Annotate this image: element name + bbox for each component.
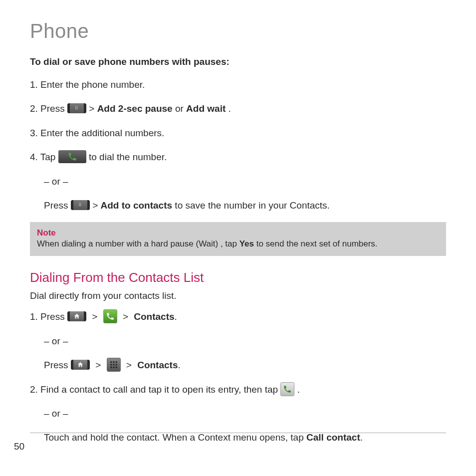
home-icon (67, 311, 86, 321)
page-number: 50 (14, 441, 24, 452)
menu-icon: ⠿ (67, 103, 86, 113)
svg-rect-4 (113, 364, 114, 366)
step-3: 3. Enter the additional numbers. (30, 126, 446, 141)
s2-step1-alt: Press > > Contacts. (30, 358, 446, 373)
period-1: . (175, 311, 177, 322)
press-bold: Add to contacts (101, 200, 173, 211)
s2-step1-prefix: 1. Press (30, 311, 67, 322)
step-4-prefix: 4. Tap (30, 152, 58, 162)
phone-call-icon (280, 382, 294, 396)
svg-rect-8 (115, 367, 117, 368)
section-heading: Dialing From the Contacts List (30, 270, 446, 285)
svg-rect-0 (110, 361, 112, 363)
period-3: . (360, 432, 363, 443)
phone-app-icon (103, 309, 117, 323)
footer-divider (30, 433, 446, 433)
svg-rect-5 (115, 364, 117, 366)
call-contact: Call contact (306, 432, 360, 443)
step-1: 1. Enter the phone number. (30, 77, 446, 92)
gt-3: > (92, 360, 106, 370)
s2-step2-suffix: . (297, 384, 300, 395)
home-icon (71, 360, 90, 370)
note-text-prefix: When dialing a number with a hard pause … (37, 239, 239, 248)
note-label: Note (37, 228, 439, 238)
s2-step-2: 2. Find a contact to call and tap it to … (30, 382, 446, 397)
svg-rect-6 (110, 367, 112, 368)
step-4-suffix: to dial the number. (89, 152, 167, 162)
call-button-icon (58, 150, 86, 163)
step-2-mid: or (175, 103, 186, 114)
step-2-bold1: Add 2-sec pause (97, 103, 173, 114)
svg-rect-1 (113, 361, 114, 363)
s2-step2-or: – or – (30, 406, 446, 421)
apps-grid-icon (107, 358, 121, 372)
press-gt: > (92, 200, 100, 211)
contacts-1: Contacts (134, 311, 174, 322)
svg-rect-7 (113, 367, 114, 368)
step-4-alt: Press ⠿ > Add to contacts to save the nu… (30, 198, 446, 213)
contacts-2: Contacts (137, 360, 178, 370)
svg-rect-3 (110, 364, 112, 366)
press-suffix: to save the number in your Contacts. (175, 200, 330, 211)
press-prefix: Press (44, 200, 71, 211)
note-text-suffix: to send the next set of numbers. (254, 239, 378, 248)
note-box: Note When dialing a number with a hard p… (30, 222, 446, 256)
step-2: 2. Press ⠿ > Add 2-sec pause or Add wait… (30, 101, 446, 116)
note-text: When dialing a number with a hard pause … (37, 239, 378, 248)
step-2-gt: > (89, 103, 97, 114)
section-subtitle: To dial or save phone numbers with pause… (30, 56, 446, 67)
section-intro: Dial directly from your contacts list. (30, 290, 446, 301)
s2-press-prefix: Press (44, 360, 71, 370)
step-4: 4. Tap to dial the number. (30, 150, 446, 165)
gt-4: > (123, 360, 137, 370)
touch-hold-prefix: Touch and hold the contact. When a Conte… (44, 432, 306, 443)
period-2: . (178, 360, 180, 370)
page-title: Phone (30, 20, 446, 42)
menu-icon: ⠿ (71, 200, 90, 210)
step-2-suffix: . (229, 103, 231, 114)
s2-step-1: 1. Press > > Contacts. (30, 309, 446, 324)
svg-rect-2 (115, 361, 117, 363)
step-2-prefix: 2. Press (30, 103, 67, 114)
s2-step1-or: – or – (30, 334, 446, 349)
note-text-bold: Yes (239, 239, 254, 248)
step-2-bold2: Add wait (186, 103, 226, 114)
gt-1: > (89, 311, 103, 322)
step-4-or: – or – (30, 174, 446, 189)
s2-step2-prefix: 2. Find a contact to call and tap it to … (30, 384, 280, 395)
gt-2: > (120, 311, 134, 322)
